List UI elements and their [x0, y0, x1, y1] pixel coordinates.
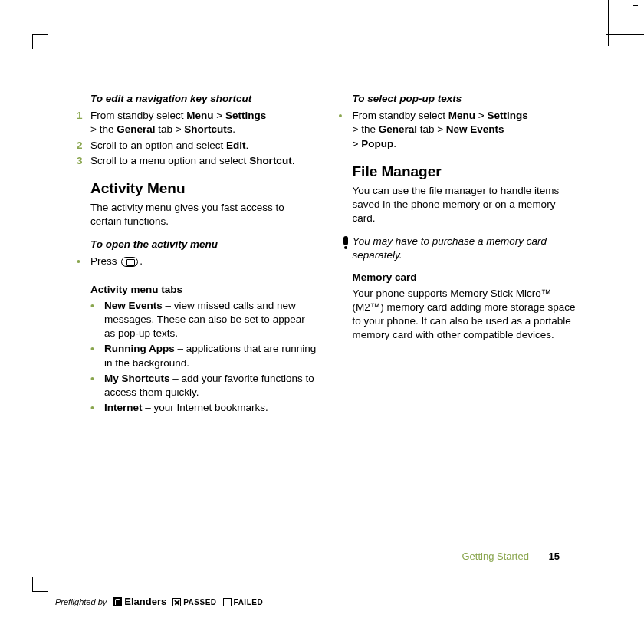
passed-check: PASSED: [172, 596, 216, 608]
crop-mark: [32, 34, 48, 49]
settings-label: Settings: [487, 110, 527, 121]
activity-menu-heading: Activity Menu: [90, 179, 317, 199]
shortcut-label: Shortcut: [249, 155, 292, 166]
crop-mark: [601, 0, 609, 46]
t: tab >: [155, 123, 184, 135]
t: .: [140, 255, 143, 267]
activity-key-icon: [121, 257, 138, 267]
step-2: 2 Scroll to an option and select Edit.: [77, 139, 317, 153]
passed-label: PASSED: [183, 598, 216, 606]
step-3: 3 Scroll to a menu option and select Sho…: [77, 154, 317, 168]
preflight-bar: Preflighted by Elanders PASSED FAILED: [55, 595, 263, 609]
open-activity-heading: To open the activity menu: [90, 238, 317, 251]
t: From standby select: [90, 110, 186, 121]
memory-card-body: Your phone supports Memory Stick Micro™ …: [353, 287, 580, 343]
t: .: [393, 138, 396, 150]
tab-name: Running Apps: [104, 343, 175, 354]
general-label: General: [379, 123, 417, 135]
section-name: Getting Started: [462, 550, 528, 562]
t: >: [353, 138, 362, 150]
activity-tabs-heading: Activity menu tabs: [90, 283, 317, 297]
tab-item: • My Shortcuts – add your favorite funct…: [90, 372, 317, 399]
t: tab >: [417, 123, 446, 135]
file-manager-heading: File Manager: [353, 162, 580, 182]
t: Scroll to an option and select: [90, 140, 226, 151]
popup-instruction: • From standby select Menu > Settings > …: [339, 109, 580, 151]
tab-text: Running Apps – applications that are run…: [104, 342, 317, 370]
note-memory-card: You may have to purchase a memory card s…: [339, 235, 580, 262]
t: – your Internet bookmarks.: [143, 402, 268, 413]
tab-item: • Running Apps – applications that are r…: [90, 342, 317, 370]
menu-label: Menu: [186, 110, 213, 121]
crop-mark: [606, 34, 644, 34]
page-content: To edit a navigation key shortcut 1 From…: [77, 92, 579, 529]
press-instruction: • Press .: [77, 255, 317, 268]
t: .: [246, 140, 249, 151]
t: From standby select: [353, 110, 449, 121]
step-number: 3: [77, 154, 90, 168]
settings-label: Settings: [225, 110, 266, 121]
important-icon: [339, 235, 353, 262]
tab-item: • Internet – your Internet bookmarks.: [90, 401, 317, 415]
checkbox-empty-icon: [223, 598, 232, 606]
crop-tick: [633, 5, 638, 6]
t: Press: [90, 255, 120, 267]
file-manager-body: You can use the file manager to handle i…: [353, 184, 580, 226]
activity-tabs-list: • New Events – view missed calls and new…: [90, 299, 317, 416]
bullet-icon: •: [90, 342, 104, 370]
tab-text: New Events – view missed calls and new m…: [104, 299, 317, 341]
general-label: General: [117, 123, 155, 135]
t: > the: [353, 123, 379, 135]
tab-name: My Shortcuts: [104, 373, 170, 384]
logo-mark-icon: [113, 597, 122, 606]
t: Scroll to a menu option and select: [90, 155, 249, 166]
bullet-icon: •: [90, 299, 104, 341]
activity-menu-body: The activity menu gives you fast access …: [90, 201, 317, 228]
step-text: From standby select Menu > Settings > th…: [90, 109, 317, 136]
numbered-steps: 1 From standby select Menu > Settings > …: [77, 109, 317, 168]
bullet-icon: •: [90, 372, 104, 399]
right-column: To select pop-up texts • From standby se…: [339, 92, 580, 529]
tab-name: Internet: [104, 402, 143, 413]
tab-text: Internet – your Internet bookmarks.: [104, 401, 317, 415]
bullet-icon: •: [77, 255, 90, 268]
bullet-icon: •: [339, 109, 353, 151]
edit-label: Edit: [226, 140, 246, 151]
popup-heading: To select pop-up texts: [353, 92, 580, 106]
shortcuts-label: Shortcuts: [184, 123, 232, 135]
elanders-logo: Elanders: [113, 595, 166, 609]
t: >: [214, 110, 225, 121]
failed-label: FAILED: [234, 598, 264, 606]
tab-item: • New Events – view missed calls and new…: [90, 299, 317, 341]
preflight-label: Preflighted by: [55, 596, 107, 608]
memory-card-heading: Memory card: [353, 271, 580, 284]
popup-text: From standby select Menu > Settings > th…: [353, 109, 580, 151]
left-column: To edit a navigation key shortcut 1 From…: [77, 92, 317, 529]
t: .: [292, 155, 295, 166]
edit-shortcut-heading: To edit a navigation key shortcut: [90, 92, 317, 106]
bullet-icon: •: [90, 401, 104, 415]
page-number: 15: [549, 550, 560, 562]
tab-text: My Shortcuts – add your favorite functio…: [104, 372, 317, 399]
step-number: 1: [77, 109, 90, 136]
t: .: [232, 123, 235, 135]
press-text: Press .: [90, 255, 317, 268]
popup-label: Popup: [361, 138, 393, 150]
tab-name: New Events: [104, 300, 163, 311]
menu-label: Menu: [449, 110, 475, 121]
brand-name: Elanders: [124, 595, 166, 609]
step-1: 1 From standby select Menu > Settings > …: [77, 109, 317, 136]
t: >: [475, 110, 487, 121]
step-text: Scroll to a menu option and select Short…: [90, 154, 317, 168]
page-footer: Getting Started 15: [462, 550, 560, 564]
new-events-label: New Events: [446, 123, 504, 135]
note-text: You may have to purchase a memory card s…: [353, 235, 580, 262]
crop-mark: [32, 577, 48, 592]
checkbox-checked-icon: [172, 598, 181, 606]
t: > the: [90, 123, 117, 135]
failed-check: FAILED: [223, 596, 264, 608]
step-text: Scroll to an option and select Edit.: [90, 139, 317, 153]
step-number: 2: [77, 139, 90, 153]
